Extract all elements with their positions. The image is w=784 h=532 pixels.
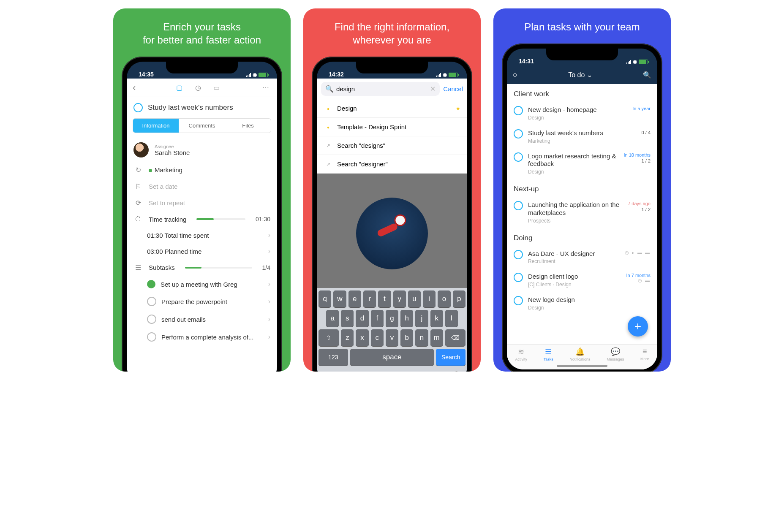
key-w[interactable]: w bbox=[333, 290, 346, 307]
key-h[interactable]: h bbox=[400, 310, 413, 327]
date-row[interactable]: ⚐ Set a date bbox=[127, 178, 277, 195]
task-checkbox[interactable] bbox=[514, 152, 523, 162]
subtask-row[interactable]: send out emails › bbox=[127, 310, 277, 328]
task-row[interactable]: New design - homepage Design In a year bbox=[507, 102, 657, 125]
search-input[interactable] bbox=[336, 85, 427, 92]
key-k[interactable]: k bbox=[430, 310, 443, 327]
arrow-icon: ↗ bbox=[326, 143, 330, 149]
task-row[interactable]: Logo market research testing & feedback … bbox=[507, 148, 657, 179]
task-row[interactable]: Design client logo [C] Clients · Design … bbox=[507, 269, 657, 292]
key-o[interactable]: o bbox=[438, 290, 450, 307]
key-r[interactable]: r bbox=[363, 290, 376, 307]
key-f[interactable]: f bbox=[371, 310, 384, 327]
task-row[interactable]: Asa Dare - UX designer Recruitment ◷ ▸ ▬… bbox=[507, 246, 657, 269]
keyboard: qwertyuiop asdfghjkl ⇧ zxcvbnm ⌫ 123 spa… bbox=[317, 288, 467, 372]
task-checkbox[interactable] bbox=[514, 273, 523, 282]
search-result[interactable]: ● Design ★ bbox=[317, 99, 467, 118]
task-checkbox[interactable] bbox=[514, 129, 523, 138]
task-row[interactable]: Launching the application on the marketp… bbox=[507, 197, 657, 228]
key-e[interactable]: e bbox=[348, 290, 361, 307]
subtask-checkbox[interactable] bbox=[147, 297, 156, 306]
task-checkbox[interactable] bbox=[514, 250, 523, 259]
search-bar: 🔍 ✕ Cancel bbox=[317, 79, 467, 99]
tab-activity[interactable]: ≋Activity bbox=[515, 347, 527, 369]
phone-frame-1: 14:35 ◉ ‹ ▢ ◷ ▭ ⋯ bbox=[122, 57, 282, 372]
shift-key[interactable]: ⇧ bbox=[318, 329, 339, 346]
header-title[interactable]: To do ⌄ bbox=[568, 71, 592, 79]
task-row[interactable]: Study last week's numbers Marketing 0 / … bbox=[507, 125, 657, 148]
total-time-row[interactable]: 01:30 Total time spent › bbox=[127, 227, 277, 243]
key-n[interactable]: n bbox=[415, 329, 428, 346]
key-s[interactable]: s bbox=[341, 310, 354, 327]
key-g[interactable]: g bbox=[386, 310, 398, 327]
more-icon[interactable]: ⋯ bbox=[260, 84, 271, 92]
chevron-right-icon: › bbox=[268, 247, 270, 255]
planned-time: 03:00 Planned time bbox=[147, 248, 201, 255]
tab-files[interactable]: Files bbox=[225, 119, 271, 133]
subtask-checkbox[interactable] bbox=[147, 332, 156, 342]
task-checkbox[interactable] bbox=[514, 106, 523, 115]
subtask-row[interactable]: Set up a meeting with Greg › bbox=[127, 276, 277, 293]
key-z[interactable]: z bbox=[341, 329, 354, 346]
tab-comments[interactable]: Comments bbox=[179, 119, 225, 133]
key-x[interactable]: x bbox=[356, 329, 368, 346]
key-c[interactable]: c bbox=[371, 329, 384, 346]
assignee-row[interactable]: Assignee Sarah Stone bbox=[127, 138, 277, 162]
tab-messages[interactable]: 💬Messages bbox=[607, 347, 624, 369]
search-suggestion[interactable]: ↗ Search "designs" bbox=[317, 136, 467, 155]
back-icon[interactable]: ‹ bbox=[133, 82, 136, 93]
menu-icon[interactable]: ○ bbox=[513, 71, 517, 79]
task-sub: Prospects bbox=[528, 218, 623, 224]
key-v[interactable]: v bbox=[386, 329, 398, 346]
search-field[interactable]: 🔍 ✕ bbox=[321, 82, 440, 96]
subtasks-row[interactable]: ☰ Subtasks 1/4 bbox=[127, 259, 277, 276]
space-key[interactable]: space bbox=[350, 349, 434, 366]
key-d[interactable]: d bbox=[356, 310, 368, 327]
task-complete-checkbox[interactable] bbox=[133, 103, 143, 112]
task-checkbox[interactable] bbox=[514, 201, 523, 210]
key-p[interactable]: p bbox=[453, 290, 466, 307]
task-checkbox[interactable] bbox=[514, 296, 523, 305]
search-key[interactable]: Search bbox=[436, 349, 466, 366]
time-tracking-row[interactable]: ⏱ Time tracking 01:30 bbox=[127, 211, 277, 227]
subtask-done-icon[interactable] bbox=[147, 280, 155, 288]
numbers-key[interactable]: 123 bbox=[318, 349, 348, 366]
tab-tasks[interactable]: ☰Tasks bbox=[544, 347, 553, 369]
archive-icon[interactable]: ▭ bbox=[211, 84, 222, 92]
key-y[interactable]: y bbox=[393, 290, 406, 307]
clear-icon[interactable]: ✕ bbox=[430, 85, 436, 93]
add-task-fab[interactable]: + bbox=[628, 316, 648, 337]
tab-more[interactable]: ≡More bbox=[640, 347, 649, 369]
key-i[interactable]: i bbox=[423, 290, 436, 307]
tab-information[interactable]: Information bbox=[133, 119, 179, 133]
search-result[interactable]: ● Template - Design Sprint bbox=[317, 118, 467, 136]
subtask-row[interactable]: Prepare the powerpoint › bbox=[127, 293, 277, 310]
key-l[interactable]: l bbox=[445, 310, 458, 327]
key-j[interactable]: j bbox=[415, 310, 428, 327]
arrow-icon: ↗ bbox=[326, 161, 330, 167]
repeat-row[interactable]: ⟳ Set to repeat bbox=[127, 195, 277, 211]
panel-icon[interactable]: ▢ bbox=[174, 84, 185, 92]
subtask-checkbox[interactable] bbox=[147, 315, 156, 324]
subtask-label: send out emails bbox=[161, 316, 206, 323]
planned-time-row[interactable]: 03:00 Planned time › bbox=[127, 243, 277, 259]
task-name: Logo market research testing & feedback bbox=[528, 152, 618, 168]
key-q[interactable]: q bbox=[318, 290, 331, 307]
key-u[interactable]: u bbox=[408, 290, 421, 307]
backspace-key[interactable]: ⌫ bbox=[445, 329, 466, 346]
key-m[interactable]: m bbox=[430, 329, 443, 346]
headline-1: Enrich your tasks for better and faster … bbox=[143, 20, 261, 46]
key-a[interactable]: a bbox=[326, 310, 339, 327]
clock-icon[interactable]: ◷ bbox=[193, 84, 204, 92]
home-indicator[interactable] bbox=[557, 365, 607, 367]
subtask-row[interactable]: Perform a complete analysis of... › bbox=[127, 328, 277, 346]
project-row[interactable]: ↻ Marketing bbox=[127, 162, 277, 178]
key-t[interactable]: t bbox=[378, 290, 391, 307]
task-row[interactable]: New logo design Design bbox=[507, 292, 657, 315]
key-b[interactable]: b bbox=[400, 329, 413, 346]
search-suggestion[interactable]: ↗ Search "designer" bbox=[317, 155, 467, 174]
cancel-button[interactable]: Cancel bbox=[443, 85, 463, 92]
emoji-icon[interactable]: ☺ bbox=[325, 371, 333, 372]
search-icon[interactable]: 🔍 bbox=[643, 71, 651, 79]
mic-icon[interactable]: 🎤 bbox=[449, 371, 459, 372]
